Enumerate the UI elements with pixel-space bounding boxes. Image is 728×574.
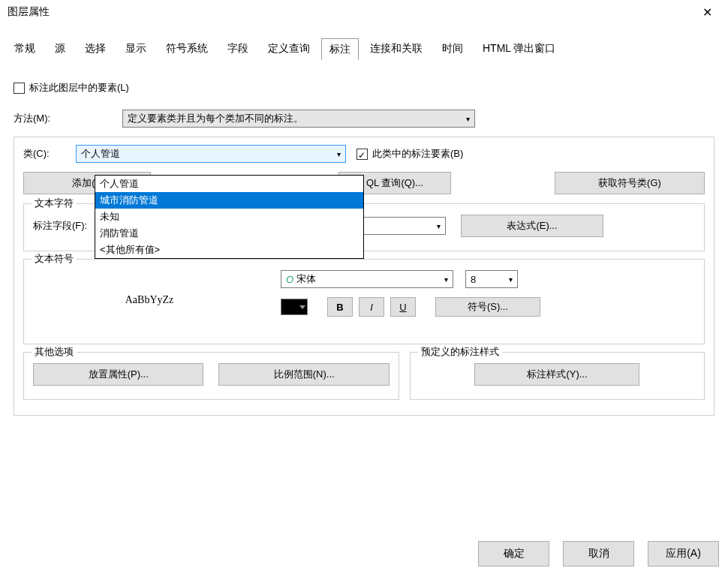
text-sample: AaBbYyZz [125,294,174,306]
tab-fields[interactable]: 字段 [219,38,257,59]
checkbox-icon [14,83,25,94]
ok-button[interactable]: 确定 [478,541,549,566]
class-dropdown-list: 个人管道 城市消防管道 未知 消防管道 <其他所有值> [95,175,364,259]
placement-button[interactable]: 放置属性(P)... [33,363,203,386]
apply-button[interactable]: 应用(A) [648,541,719,566]
tab-general[interactable]: 常规 [6,38,44,59]
italic-button[interactable]: I [359,297,384,317]
checkbox-icon [356,149,368,160]
method-label: 方法(M): [14,112,115,125]
predefined-legend: 预定义的标注样式 [418,345,502,359]
tab-source[interactable]: 源 [47,38,74,59]
tab-definition-query[interactable]: 定义查询 [260,38,318,59]
checkbox-text: 标注此图层中的要素(L) [29,81,129,95]
chevron-down-icon: ▾ [337,150,341,158]
chevron-down-icon: ▾ [444,275,448,284]
chevron-down-icon: ▾ [509,275,513,284]
dropdown-option[interactable]: 个人管道 [95,176,363,192]
dropdown-option[interactable]: 城市消防管道 [95,192,363,209]
size-combo[interactable]: 8 ▾ [465,270,518,288]
scale-range-button[interactable]: 比例范围(N)... [218,363,389,386]
font-value: 宋体 [296,272,316,286]
dropdown-option[interactable]: 消防管道 [95,225,363,242]
symbol-button[interactable]: 符号(S)... [435,297,540,317]
tab-labels[interactable]: 标注 [321,38,359,60]
class-label: 类(C): [23,147,68,161]
text-string-legend: 文本字符 [32,197,77,210]
font-combo[interactable]: O 宋体 ▾ [281,270,453,288]
chevron-down-icon [299,305,305,309]
class-value: 个人管道 [81,147,120,161]
dropdown-option[interactable]: <其他所有值> [95,242,363,258]
method-combo[interactable]: 定义要素类并且为每个类加不同的标注。 ▾ [122,110,475,128]
label-features-checkbox[interactable]: 标注此图层中的要素(L) [14,81,129,95]
tab-symbology[interactable]: 符号系统 [158,38,216,59]
chevron-down-icon: ▾ [437,222,441,230]
tab-bar: 常规 源 选择 显示 符号系统 字段 定义查询 标注 连接和关联 时间 HTML… [6,38,722,60]
tab-time[interactable]: 时间 [434,38,471,59]
expression-button[interactable]: 表达式(E)... [461,215,603,237]
other-options-legend: 其他选项 [32,345,77,359]
close-button[interactable]: ✕ [692,2,722,23]
color-picker[interactable] [281,299,308,315]
class-label-checkbox[interactable]: 此类中的标注要素(B) [356,147,463,161]
tab-html-popup[interactable]: HTML 弹出窗口 [474,38,564,59]
method-value: 定义要素类并且为每个类加不同的标注。 [128,112,303,125]
window-title: 图层属性 [6,5,692,19]
cancel-button[interactable]: 取消 [563,541,634,566]
class-checkbox-text: 此类中的标注要素(B) [372,147,463,161]
tab-display[interactable]: 显示 [117,38,155,59]
tab-selection[interactable]: 选择 [77,38,114,59]
tab-joins[interactable]: 连接和关联 [362,38,431,59]
size-value: 8 [471,274,476,285]
label-styles-button[interactable]: 标注样式(Y)... [474,363,639,386]
dropdown-option[interactable]: 未知 [95,209,363,225]
get-symbol-button[interactable]: 获取符号类(G) [555,172,705,194]
text-symbol-legend: 文本符号 [32,252,77,266]
underline-button[interactable]: U [390,297,416,317]
font-icon: O [286,274,293,285]
class-combo[interactable]: 个人管道 ▾ [76,145,346,163]
chevron-down-icon: ▾ [466,115,470,123]
bold-button[interactable]: B [327,297,353,317]
